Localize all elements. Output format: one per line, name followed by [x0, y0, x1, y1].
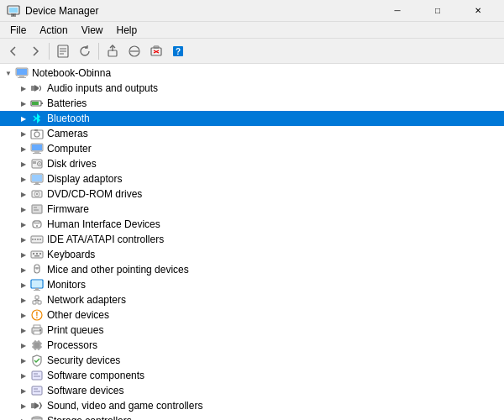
minimize-button[interactable]: ─ [378, 0, 417, 22]
item-expander[interactable]: ▶ [17, 218, 30, 231]
item-expander[interactable]: ▶ [17, 187, 30, 201]
tree-item[interactable]: ▶ Firmware [0, 202, 504, 217]
svg-rect-37 [33, 153, 41, 154]
tree-item[interactable]: ▶ Human Interface Devices [0, 217, 504, 232]
tree-item[interactable]: ▶ IDE ATA/ATAPI controllers [0, 232, 504, 247]
tree-item[interactable]: ▶ Software components [0, 368, 504, 383]
maximize-button[interactable]: □ [418, 0, 457, 22]
item-expander[interactable]: ▶ [17, 339, 30, 352]
tree-item[interactable]: ▶ Disk drives [0, 156, 504, 171]
item-expander[interactable]: ▶ [17, 157, 30, 171]
content-area: ▼ Notebook-Obinna ▶ Audio inputs and out… [0, 64, 504, 420]
tree-item[interactable]: ▶ DVD/CD-ROM drives [0, 186, 504, 202]
computer-icon [30, 142, 44, 155]
item-label: Processors [47, 339, 97, 351]
item-expander[interactable]: ▶ [17, 384, 30, 397]
item-expander[interactable]: ▶ [17, 354, 30, 367]
software-icon [30, 369, 44, 382]
tree-item[interactable]: ▶ Mice and other pointing devices [0, 262, 504, 277]
tree-item[interactable]: ▶ Monitors [0, 277, 504, 292]
tree-item[interactable]: ▶ Processors [0, 338, 504, 353]
tree-item[interactable]: ▶ Print queues [0, 323, 504, 338]
svg-rect-72 [33, 301, 36, 304]
window-title: Device Manager [25, 5, 378, 17]
svg-rect-1 [9, 8, 18, 13]
item-expander[interactable]: ▶ [17, 248, 30, 261]
tree-item[interactable]: ▶ ! Other devices [0, 307, 504, 323]
disable-button[interactable] [124, 41, 144, 61]
back-button[interactable] [3, 41, 24, 61]
item-label: Sound, video and game controllers [47, 400, 202, 412]
tree-item[interactable]: ▶ Bluetooth [0, 111, 504, 126]
device-tree[interactable]: ▼ Notebook-Obinna ▶ Audio inputs and out… [0, 64, 504, 420]
app-icon [7, 4, 20, 18]
close-button[interactable]: ✕ [459, 0, 497, 22]
item-label: Keyboards [47, 249, 95, 260]
menu-help[interactable]: Help [110, 23, 144, 38]
display-icon [30, 172, 44, 186]
toolbar: ? [0, 39, 504, 64]
root-expander[interactable]: ▼ [2, 66, 15, 80]
root-label: Notebook-Obinna [32, 67, 111, 79]
item-expander[interactable]: ▶ [17, 323, 30, 337]
item-expander[interactable]: ▶ [17, 112, 30, 125]
item-expander[interactable]: ▶ [17, 293, 30, 307]
menu-action[interactable]: Action [33, 23, 74, 38]
properties-button[interactable] [53, 41, 73, 61]
svg-rect-15 [154, 46, 159, 48]
tree-root[interactable]: ▼ Notebook-Obinna [0, 66, 504, 81]
processor-icon [30, 339, 44, 352]
svg-rect-71 [34, 290, 40, 291]
svg-rect-100 [31, 403, 34, 408]
menu-view[interactable]: View [75, 23, 110, 38]
svg-rect-53 [34, 221, 39, 223]
item-expander[interactable]: ▶ [17, 172, 30, 186]
tree-item[interactable]: ▶ Network adapters [0, 292, 504, 307]
help-button[interactable]: ? [168, 41, 188, 61]
item-label: IDE ATA/ATAPI controllers [47, 234, 164, 245]
tree-item[interactable]: ▶ Cameras [0, 126, 504, 141]
tree-item[interactable]: ▶ Sound, video and game controllers [0, 398, 504, 413]
item-expander[interactable]: ▶ [17, 308, 30, 322]
item-expander[interactable]: ▶ [17, 127, 30, 140]
svg-point-41 [39, 163, 40, 165]
item-expander[interactable]: ▶ [17, 278, 30, 291]
item-label: Print queues [47, 324, 103, 336]
item-expander[interactable]: ▶ [17, 97, 30, 110]
tree-item[interactable]: ▶ Keyboards [0, 247, 504, 262]
tree-item[interactable]: ▶ Audio inputs and outputs [0, 81, 504, 96]
item-label: Other devices [47, 309, 109, 321]
svg-rect-9 [108, 50, 117, 56]
network-icon [30, 293, 44, 307]
security-icon [30, 354, 44, 367]
item-expander[interactable]: ▶ [17, 399, 30, 412]
disk-icon [30, 157, 44, 171]
tree-item[interactable]: ▶ Computer [0, 141, 504, 156]
svg-rect-26 [32, 102, 39, 105]
firmware-icon [30, 202, 44, 216]
svg-rect-94 [32, 371, 42, 380]
tree-item[interactable]: ▶ Display adaptors [0, 171, 504, 186]
title-bar: Device Manager ─ □ ✕ [0, 0, 504, 22]
item-label: Storage controllers [47, 415, 132, 420]
tree-item[interactable]: ▶ Security devices [0, 353, 504, 368]
refresh-button[interactable] [75, 41, 95, 61]
item-expander[interactable]: ▶ [17, 369, 30, 382]
item-expander[interactable]: ▶ [17, 81, 30, 95]
item-expander[interactable]: ▶ [17, 414, 30, 420]
update-driver-button[interactable] [102, 41, 123, 61]
item-label: Human Interface Devices [47, 218, 160, 230]
item-expander[interactable]: ▶ [17, 233, 30, 246]
toolbar-separator-2 [98, 43, 99, 60]
item-expander[interactable]: ▶ [17, 142, 30, 155]
tree-item[interactable]: ▶ Storage controllers [0, 413, 504, 420]
item-expander[interactable]: ▶ [17, 263, 30, 276]
item-expander[interactable]: ▶ [17, 202, 30, 216]
menu-file[interactable]: File [3, 23, 33, 38]
svg-rect-49 [32, 205, 42, 213]
forward-button[interactable] [25, 41, 45, 61]
svg-rect-21 [18, 77, 26, 78]
tree-item[interactable]: ▶ Software devices [0, 383, 504, 398]
tree-item[interactable]: ▶ Batteries [0, 96, 504, 111]
uninstall-button[interactable] [146, 41, 166, 61]
